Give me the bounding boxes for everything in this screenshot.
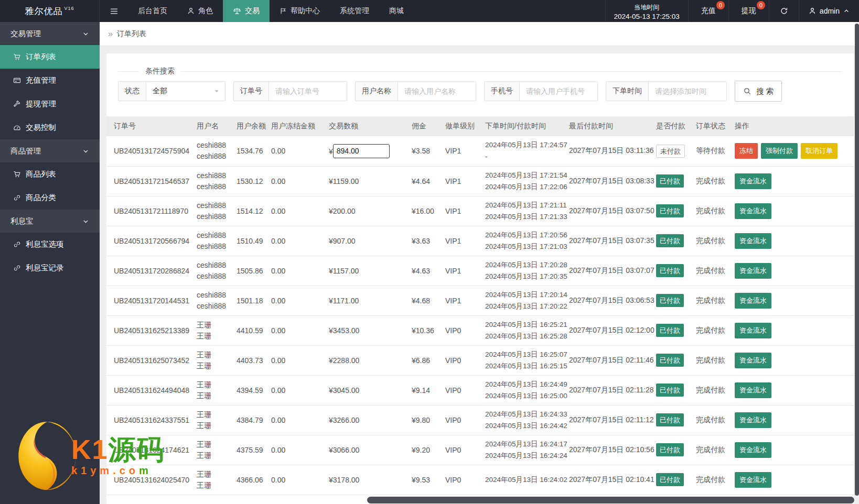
trade-amount-input[interactable] [333, 144, 390, 158]
cell-last-pay-time: 2027年07月15日 03:08:33 [562, 166, 649, 196]
watermark-cn: 源码 [108, 434, 165, 465]
nav-item-帮助中心[interactable]: 帮助中心 [270, 0, 330, 22]
sidebar-group-商品管理[interactable]: 商品管理 [0, 139, 100, 162]
action-button-资金流水[interactable]: 资金流水 [735, 293, 771, 309]
refresh-button[interactable] [769, 0, 799, 22]
action-button-资金流水[interactable]: 资金流水 [735, 233, 771, 249]
link-icon [13, 264, 21, 272]
order-time: 2024年05月13日 17:24:57 [485, 139, 562, 151]
nav-item-后台首页[interactable]: 后台首页 [128, 0, 177, 22]
action-button-资金流水[interactable]: 资金流水 [735, 472, 771, 488]
table-row: UB2405131625073452王珊王珊4403.730.00¥2288.0… [106, 345, 854, 375]
sidebar-item-商品分类[interactable]: 商品分类 [0, 186, 100, 210]
cell-frozen-amount: 0.00 [264, 286, 321, 315]
search-input-手机号[interactable] [520, 82, 597, 101]
search-input-用户名称[interactable] [398, 82, 476, 101]
menu-toggle-button[interactable] [100, 0, 128, 22]
cell-order-status: 等待付款 [689, 136, 727, 166]
action-button-资金流水[interactable]: 资金流水 [735, 353, 771, 368]
withdraw-label: 提现 [742, 6, 756, 16]
cell-user: ceshi888ceshi888 [189, 166, 229, 196]
trade-amount-value: ¥3453.00 [329, 326, 359, 335]
cell-user-balance: 4403.73 [229, 345, 264, 375]
nav-item-商城[interactable]: 商城 [379, 0, 414, 22]
cart-icon [13, 53, 21, 61]
search-input-订单号[interactable] [269, 82, 347, 101]
action-button-冻结[interactable]: 冻结 [735, 143, 758, 159]
username: admin [820, 7, 840, 15]
withdraw-link[interactable]: 提现 0 [729, 0, 769, 22]
sidebar-item-订单列表[interactable]: 订单列表 [0, 45, 100, 69]
trade-amount-value: ¥1159.00 [329, 177, 359, 185]
action-button-资金流水[interactable]: 资金流水 [735, 263, 771, 279]
sidebar-item-提现管理[interactable]: 提现管理 [0, 92, 100, 116]
cell-actions: 资金流水 [727, 256, 854, 286]
recharge-label: 充值 [701, 6, 716, 16]
sidebar-item-充值管理[interactable]: 充值管理 [0, 69, 100, 92]
nav-item-角色[interactable]: 角色 [177, 0, 223, 22]
cell-user: ceshi888ceshi888 [189, 286, 229, 315]
order-time: 2024年05月13日 17:21:54 [485, 170, 562, 181]
sidebar-item-label: 订单列表 [26, 52, 56, 62]
search-input-下单时间[interactable] [649, 82, 726, 101]
vertical-scrollbar[interactable] [855, 24, 859, 496]
cell-paid-status: 已付款 [649, 375, 689, 405]
horizontal-scrollbar[interactable] [367, 497, 854, 503]
recharge-link[interactable]: 充值 0 [689, 0, 729, 22]
action-button-资金流水[interactable]: 资金流水 [735, 323, 771, 338]
breadcrumb-arrows-icon: » [108, 29, 113, 39]
pay-time: 2024年05月13日 16:25:00 [485, 390, 562, 402]
column-header-交易数额: 交易数额 [321, 116, 404, 136]
sidebar-item-交易控制[interactable]: 交易控制 [0, 116, 100, 139]
status-select[interactable]: 全部 [146, 82, 225, 101]
sidebar-group-利息宝[interactable]: 利息宝 [0, 210, 100, 233]
topbar-right: 当地时间 2024-05-13 17:25:03 充值 0 提现 0 admin [605, 0, 859, 22]
cell-actions: 资金流水 [727, 345, 854, 375]
cell-commission: ¥9.14 [404, 375, 438, 405]
cell-frozen-amount: 0.00 [264, 166, 321, 196]
search-field-label: 手机号 [485, 82, 520, 101]
cell-user: 王珊王珊 [189, 315, 229, 345]
cell-paid-status: 已付款 [649, 345, 689, 375]
action-button-资金流水[interactable]: 资金流水 [735, 412, 771, 428]
sidebar-item-商品列表[interactable]: 商品列表 [0, 162, 100, 186]
watermark-domain: k1ym.com [71, 465, 165, 477]
action-button-资金流水[interactable]: 资金流水 [735, 382, 771, 398]
orders-table-wrap: 订单号用户名用户余额用户冻结金额交易数额佣金做单级别下单时间/付款时间最后付款时… [106, 116, 854, 495]
cell-commission: ¥4.63 [404, 256, 438, 286]
order-time: 2024年05月13日 17:20:28 [485, 259, 562, 271]
column-header-订单状态: 订单状态 [689, 116, 727, 136]
paid-status-badge: 已付款 [656, 413, 684, 426]
action-button-取消订单[interactable]: 取消订单 [801, 143, 837, 159]
cell-order-pay-time: 2024年05月13日 17:21:112024年05月13日 17:21:33 [478, 196, 562, 226]
action-button-资金流水[interactable]: 资金流水 [735, 173, 771, 189]
sidebar-item-label: 提现管理 [26, 99, 56, 109]
cell-trade-amount: ¥2288.00 [321, 345, 404, 375]
action-button-资金流水[interactable]: 资金流水 [735, 442, 771, 458]
action-button-强制付款[interactable]: 强制付款 [761, 143, 798, 159]
user-name: 王珊 [197, 450, 229, 461]
sidebar-group-label: 交易管理 [10, 29, 41, 39]
order-time: 2024年05月13日 16:24:17 [485, 439, 562, 450]
sidebar-item-利息宝选项[interactable]: 利息宝选项 [0, 233, 100, 256]
sidebar-item-利息宝记录[interactable]: 利息宝记录 [0, 256, 100, 280]
cell-commission: ¥3.63 [404, 226, 438, 256]
action-button-资金流水[interactable]: 资金流水 [735, 203, 771, 219]
search-button-label: 搜 索 [756, 86, 774, 96]
cell-vip-level: VIP0 [438, 465, 478, 495]
nav-item-系统管理[interactable]: 系统管理 [330, 0, 379, 22]
column-header-用户冻结金额: 用户冻结金额 [264, 116, 321, 136]
brand-logo[interactable]: 雅尔优品 V16 [0, 0, 100, 22]
nav-item-label: 角色 [198, 6, 213, 16]
user-menu[interactable]: admin [799, 0, 859, 22]
search-button[interactable]: 搜 索 [735, 81, 782, 102]
nav-item-交易[interactable]: 交易 [223, 0, 270, 22]
sidebar-group-交易管理[interactable]: 交易管理 [0, 22, 100, 45]
topbar: 雅尔优品 V16 后台首页角色交易帮助中心系统管理商城 当地时间 2024-05… [0, 0, 859, 22]
search-field-订单号: 订单号 [233, 81, 347, 101]
search-field-label: 用户名称 [356, 82, 398, 101]
cell-vip-level: VIP0 [438, 315, 478, 345]
cell-commission: ¥10.36 [404, 315, 438, 345]
user-nick: 王珊 [197, 469, 229, 480]
trade-amount-value: ¥3178.00 [329, 476, 359, 484]
